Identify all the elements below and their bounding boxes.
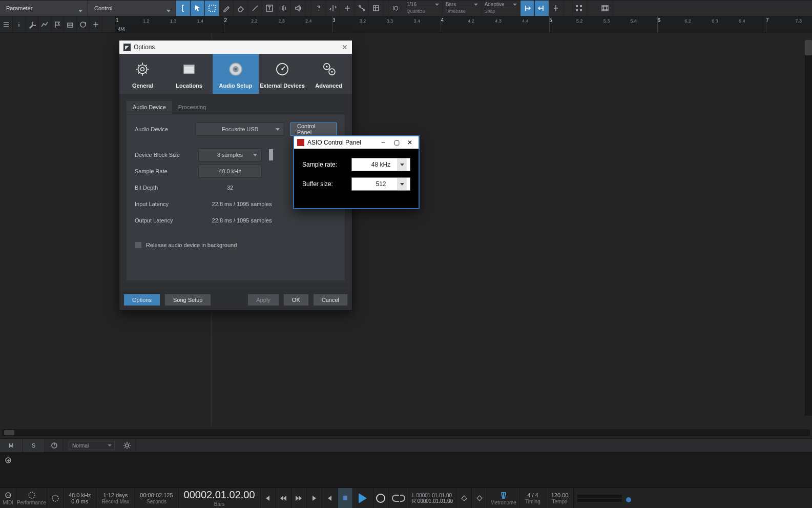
maximize-icon[interactable]: ▢ — [392, 139, 401, 146]
control-dropdown[interactable]: Control — [88, 1, 176, 16]
song-setup-button[interactable]: Song Setup — [164, 294, 212, 306]
asio-sample-rate-dropdown[interactable]: 48 kHz — [351, 158, 410, 171]
marquee-tool[interactable] — [205, 1, 219, 16]
grid-view-button[interactable] — [573, 1, 587, 16]
sample-rate-value-box[interactable]: 48.0 kHz — [198, 165, 262, 178]
prev-marker-button[interactable] — [261, 488, 276, 508]
automation-line-button[interactable] — [38, 16, 51, 32]
sub-tab-processing[interactable]: Processing — [172, 101, 212, 114]
play-button[interactable] — [353, 488, 373, 508]
info-button[interactable] — [13, 16, 26, 32]
solo-all-button[interactable]: S — [23, 439, 45, 452]
ruler-minor-tick: 6.2 — [684, 18, 691, 24]
options-button[interactable]: Options — [123, 294, 160, 306]
eraser-tool[interactable] — [234, 1, 248, 16]
snap-dropdown[interactable]: Adaptive Snap — [482, 1, 520, 16]
layers-button[interactable] — [64, 16, 77, 32]
speaker-tool[interactable] — [291, 1, 305, 16]
cancel-button[interactable]: Cancel — [313, 294, 348, 306]
tab-advanced[interactable]: Advanced — [305, 54, 352, 94]
block-size-slider[interactable] — [269, 149, 273, 160]
mute-all-button[interactable]: M — [0, 439, 23, 452]
timing-display[interactable]: 4 / 4 Timing — [520, 488, 546, 508]
film-view-button[interactable] — [598, 1, 613, 16]
splitter-expand-icon[interactable] — [4, 456, 12, 466]
close-icon[interactable]: ✕ — [405, 139, 414, 146]
tab-general[interactable]: General — [119, 54, 166, 94]
timeline-ruler[interactable]: 4/4 7.3 12345671.21.31.42.22.32.43.23.33… — [116, 16, 804, 32]
loop-button[interactable] — [77, 16, 90, 32]
audio-device-dropdown[interactable]: Focusrite USB — [196, 123, 284, 136]
marker-next-icon[interactable] — [472, 488, 487, 508]
release-checkbox[interactable] — [135, 241, 142, 249]
splitter-strip[interactable] — [0, 453, 812, 487]
list-button[interactable] — [0, 16, 13, 32]
help-tool[interactable] — [311, 1, 326, 16]
bars-display[interactable]: 00002.01.02.00 Bars — [179, 488, 261, 508]
latency-value: 0.0 ms — [71, 498, 88, 504]
snap-right-tool[interactable] — [535, 1, 549, 16]
knife-tool[interactable] — [248, 1, 262, 16]
ruler-minor-tick: 1.4 — [197, 18, 204, 24]
apply-button[interactable]: Apply — [247, 294, 279, 306]
power-icon[interactable] — [45, 439, 64, 452]
loop-button[interactable] — [389, 488, 409, 508]
control-panel-button[interactable]: Control Panel — [290, 123, 337, 136]
asio-titlebar[interactable]: ASIO Control Panel – ▢ ✕ — [294, 136, 419, 149]
quantize-dropdown[interactable]: 1/16 Quantize — [404, 1, 443, 16]
rewind-button[interactable] — [276, 488, 292, 508]
parameter-dropdown[interactable]: Parameter — [0, 1, 88, 16]
text-tool[interactable] — [262, 1, 277, 16]
tab-audio-setup[interactable]: Audio Setup — [213, 54, 259, 94]
add-button[interactable] — [90, 16, 102, 32]
ruler-end: 7.3 — [795, 18, 802, 24]
join-tool[interactable] — [340, 1, 355, 16]
audio-device-value: Focusrite USB — [222, 126, 258, 132]
asio-title: ASIO Control Panel — [307, 139, 361, 146]
horizontal-scrollbar[interactable] — [2, 429, 810, 436]
goto-start-button[interactable] — [322, 488, 338, 508]
asio-buffer-size-dropdown[interactable]: 512 — [351, 177, 410, 191]
vertical-scrollbar[interactable] — [805, 33, 812, 416]
tab-external-devices[interactable]: External Devices — [259, 54, 305, 94]
block-size-dropdown[interactable]: 8 samples — [198, 148, 262, 161]
pointer-tool[interactable] — [191, 1, 205, 16]
gear-icon[interactable] — [118, 439, 136, 452]
chevron-down-icon — [474, 4, 478, 6]
svg-rect-25 — [184, 65, 194, 67]
seconds-display[interactable]: 00:00:02.125 Seconds — [135, 488, 178, 508]
chevron-down-icon — [435, 4, 439, 6]
dialog-titlebar[interactable]: Options ✕ — [119, 40, 352, 54]
marker-prev-icon[interactable] — [456, 488, 472, 508]
ok-button[interactable]: OK — [283, 294, 309, 306]
forward-button[interactable] — [292, 488, 307, 508]
record-button[interactable] — [373, 488, 389, 508]
snap-center-tool[interactable] — [549, 1, 564, 16]
quantize-tool[interactable] — [355, 1, 369, 16]
snap-left-tool[interactable] — [520, 1, 535, 16]
tab-locations[interactable]: Locations — [166, 54, 213, 94]
automation-mode-dropdown[interactable]: Normal — [69, 441, 115, 450]
stop-button[interactable] — [338, 488, 353, 508]
midi-label: MIDI — [3, 500, 13, 505]
bit-depth-value: 32 — [227, 185, 233, 191]
timebase-dropdown[interactable]: Bars Timebase — [443, 1, 482, 16]
audition-tool[interactable] — [277, 1, 291, 16]
release-checkbox-row[interactable]: Release audio device in background — [135, 241, 337, 249]
pencil-tool[interactable] — [219, 1, 234, 16]
macro-tool[interactable] — [369, 1, 383, 16]
flag-button[interactable] — [51, 16, 64, 32]
svg-rect-12 — [68, 25, 73, 27]
tempo-display[interactable]: 120.00 Tempo — [546, 488, 574, 508]
metronome-toggle[interactable]: Metronome — [487, 488, 520, 508]
bracket-tool[interactable] — [176, 1, 191, 16]
sub-tab-audio-device[interactable]: Audio Device — [127, 101, 172, 114]
minimize-icon[interactable]: – — [379, 139, 388, 146]
close-icon[interactable]: ✕ — [342, 43, 348, 51]
svg-rect-8 — [576, 9, 578, 11]
top-toolbar: Parameter Control IQ 1/16 Quantize Bars … — [0, 0, 812, 16]
next-marker-button[interactable] — [307, 488, 322, 508]
split-play-tool[interactable] — [326, 1, 340, 16]
wrench-button[interactable] — [26, 16, 38, 32]
locators-display[interactable]: L 00001.01.01.00 R 00001.01.01.00 — [409, 488, 457, 508]
